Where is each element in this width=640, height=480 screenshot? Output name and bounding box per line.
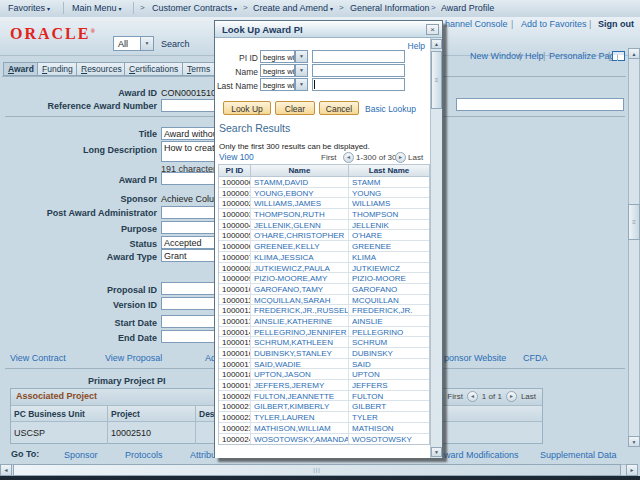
result-pi-id[interactable]: 1000001: [219, 188, 251, 198]
result-pi-id[interactable]: 1000000: [219, 177, 251, 187]
result-name[interactable]: DUBINSKY,STANLEY: [251, 348, 349, 358]
result-last-name[interactable]: UPTON: [349, 369, 429, 379]
pi-id-filter-input[interactable]: [312, 50, 405, 63]
result-pi-id[interactable]: 1000008: [219, 263, 251, 273]
new-window-link[interactable]: New Window: [470, 51, 523, 61]
dialog-help-link[interactable]: Help: [408, 41, 425, 51]
result-pi-id[interactable]: 1000011: [219, 295, 251, 305]
result-last-name[interactable]: O'HARE: [349, 230, 429, 240]
pager-prev-icon[interactable]: ◄: [467, 391, 478, 402]
result-last-name[interactable]: STAMM: [349, 177, 429, 187]
sponsor-website-link[interactable]: ponsor Website: [444, 353, 506, 363]
pager-next-icon[interactable]: ►: [506, 391, 517, 402]
pi-id-operator-dropdown[interactable]: begins with: [260, 50, 295, 63]
close-icon[interactable]: ×: [426, 24, 439, 35]
result-last-name[interactable]: SCHRUM: [349, 337, 429, 347]
result-last-name[interactable]: DUBINSKY: [349, 348, 429, 358]
result-last-name[interactable]: FULTON: [349, 391, 429, 401]
breadcrumb-general-information[interactable]: General Information: [350, 3, 430, 13]
result-pi-id[interactable]: 1000017: [219, 359, 251, 369]
result-last-name[interactable]: YOUNG: [349, 188, 429, 198]
result-last-name[interactable]: KLIMA: [349, 252, 429, 262]
name-operator-dropdown[interactable]: begins with: [260, 64, 295, 77]
sign-out-link[interactable]: Sign out: [598, 19, 634, 29]
result-name[interactable]: WILLIAMS,JAMES: [251, 198, 349, 208]
result-name[interactable]: AINSLIE,KATHERINE: [251, 316, 349, 326]
pager-prev-icon[interactable]: ◄: [343, 152, 354, 163]
col-last-name[interactable]: Last Name: [349, 165, 429, 176]
result-pi-id[interactable]: 1000006: [219, 241, 251, 251]
result-name[interactable]: JUTKIEWICZ,PAULA: [251, 263, 349, 273]
scroll-down-icon[interactable]: ▼: [431, 447, 442, 457]
grid-icon[interactable]: [612, 51, 625, 61]
pager-last-link[interactable]: Last: [408, 153, 423, 162]
result-last-name[interactable]: GAROFANO: [349, 284, 429, 294]
result-last-name[interactable]: PIZIO-MOORE: [349, 273, 429, 283]
result-name[interactable]: FREDERICK,JR.,RUSSELL: [251, 305, 349, 315]
result-last-name[interactable]: JELLENIK: [349, 220, 429, 230]
pager-next-icon[interactable]: ►: [395, 152, 406, 163]
result-pi-id[interactable]: 1000019: [219, 380, 251, 390]
result-name[interactable]: PIZIO-MOORE,AMY: [251, 273, 349, 283]
result-pi-id[interactable]: 1000007: [219, 252, 251, 262]
result-last-name[interactable]: WOSOTOWSKY: [349, 434, 429, 445]
result-name[interactable]: THOMPSON,RUTH: [251, 209, 349, 219]
result-pi-id[interactable]: 1000024: [219, 434, 251, 445]
result-pi-id[interactable]: 1000018: [219, 369, 251, 379]
view-proposal-link[interactable]: View Proposal: [105, 353, 162, 363]
console-link[interactable]: hannel Console: [445, 19, 508, 29]
result-last-name[interactable]: MCQUILLAN: [349, 295, 429, 305]
vertical-scroll-thumb[interactable]: ≡: [628, 204, 640, 240]
cancel-button[interactable]: Cancel: [319, 101, 359, 115]
dropdown-arrow-icon[interactable]: ▼: [295, 78, 308, 91]
result-name[interactable]: KLIMA,JESSICA: [251, 252, 349, 262]
col-pi-id[interactable]: PI ID: [219, 165, 251, 176]
last-name-filter-input[interactable]: [312, 78, 405, 91]
horizontal-scroll-thumb[interactable]: |||: [13, 464, 621, 476]
result-pi-id[interactable]: 1000021: [219, 401, 251, 411]
tab-resources[interactable]: Resources: [76, 62, 127, 76]
search-scope-dropdown[interactable]: All ▼: [113, 36, 154, 51]
result-last-name[interactable]: AINSLIE: [349, 316, 429, 326]
breadcrumb-main-menu[interactable]: Main Menu▾: [72, 3, 122, 13]
award-modifications-link[interactable]: ward Modifications: [444, 450, 519, 460]
tab-funding[interactable]: Funding: [37, 62, 78, 76]
pager-last-link[interactable]: Last: [521, 392, 536, 401]
supplemental-data-link[interactable]: Supplemental Data: [540, 450, 617, 460]
tab-terms[interactable]: Terms: [182, 62, 215, 76]
scroll-up-icon[interactable]: ▲: [628, 48, 640, 59]
view-100-link[interactable]: View 100: [219, 152, 254, 162]
result-name[interactable]: GAROFANO,TAMY: [251, 284, 349, 294]
result-last-name[interactable]: PELLEGRINO: [349, 327, 429, 337]
result-last-name[interactable]: TYLER: [349, 412, 429, 422]
help-link[interactable]: Help: [525, 51, 544, 61]
result-last-name[interactable]: WILLIAMS: [349, 198, 429, 208]
goto-sponsor-link[interactable]: Sponsor: [64, 450, 98, 460]
result-pi-id[interactable]: 1000022: [219, 412, 251, 422]
result-last-name[interactable]: MATHISON: [349, 423, 429, 433]
basic-lookup-link[interactable]: Basic Lookup: [365, 104, 416, 114]
result-last-name[interactable]: SAID: [349, 359, 429, 369]
result-last-name[interactable]: GREENEE: [349, 241, 429, 251]
scroll-down-icon[interactable]: ▼: [628, 436, 640, 447]
result-name[interactable]: GREENEE,KELLY: [251, 241, 349, 251]
pager-first-link[interactable]: First: [321, 153, 337, 162]
result-pi-id[interactable]: 1000009: [219, 273, 251, 283]
result-last-name[interactable]: GILBERT: [349, 401, 429, 411]
result-pi-id[interactable]: 1000015: [219, 337, 251, 347]
result-pi-id[interactable]: 1000023: [219, 423, 251, 433]
result-name[interactable]: PELLEGRINO,JENNIFER: [251, 327, 349, 337]
goto-protocols-link[interactable]: Protocols: [125, 450, 163, 460]
dropdown-arrow-icon[interactable]: ▼: [295, 64, 308, 77]
result-last-name[interactable]: FREDERICK,JR.: [349, 305, 429, 315]
result-pi-id[interactable]: 1000003: [219, 209, 251, 219]
right-field-input[interactable]: [456, 98, 624, 111]
tab-certifications[interactable]: Certifications: [124, 62, 183, 76]
result-name[interactable]: FULTON,JEANNETTE: [251, 391, 349, 401]
breadcrumb-customer-contracts[interactable]: Customer Contracts▾: [152, 3, 237, 13]
result-name[interactable]: WOSOTOWSKY,AMANDA: [251, 434, 349, 445]
result-pi-id[interactable]: 1000016: [219, 348, 251, 358]
result-name[interactable]: O'HARE,CHRISTOPHER: [251, 230, 349, 240]
result-name[interactable]: MATHISON,WILLIAM: [251, 423, 349, 433]
result-name[interactable]: MCQUILLAN,SARAH: [251, 295, 349, 305]
